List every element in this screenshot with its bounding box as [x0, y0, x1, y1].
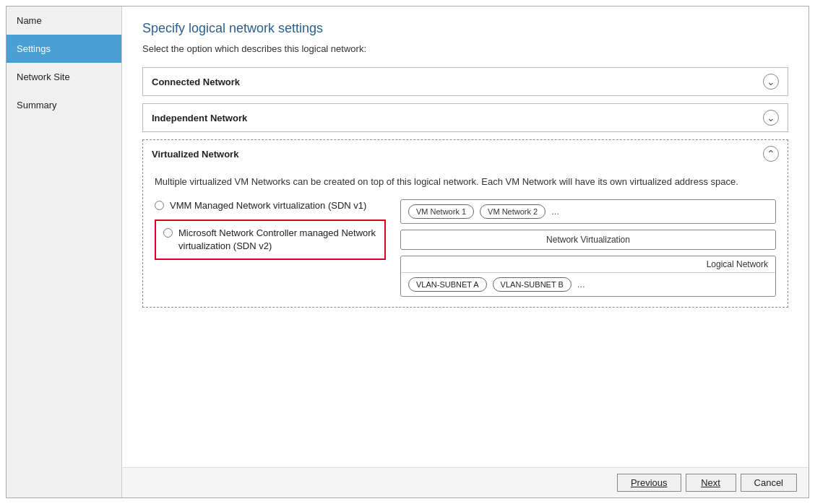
vmm-managed-radio[interactable] [155, 201, 164, 210]
page-subtitle: Select the option which describes this l… [142, 43, 788, 54]
virtualized-network-header[interactable]: Virtualized Network ⌃ [143, 140, 788, 168]
subnet-pills-row: VLAN-SUBNET A VLAN-SUBNET B ... [401, 273, 775, 296]
independent-network-label: Independent Network [152, 113, 247, 123]
connected-network-header[interactable]: Connected Network ⌄ [143, 68, 788, 95]
vlan-subnet-b-pill: VLAN-SUBNET B [493, 277, 572, 292]
cancel-button[interactable]: Cancel [741, 474, 797, 492]
vm-networks-ellipsis: ... [551, 206, 559, 217]
next-button[interactable]: Next [686, 474, 736, 492]
connected-network-section: Connected Network ⌄ [142, 67, 788, 96]
microsoft-nc-option: Microsoft Network Controller managed Net… [163, 227, 377, 253]
network-virtualization-label: Network Virtualization [546, 235, 630, 245]
virtualized-network-section: Virtualized Network ⌃ Multiple virtualiz… [142, 139, 788, 308]
sidebar-item-name[interactable]: Name [7, 6, 121, 35]
vmm-managed-option: VMM Managed Network virtualization (SDN … [155, 199, 386, 212]
microsoft-nc-label: Microsoft Network Controller managed Net… [178, 227, 377, 253]
logical-network-box: Logical Network VLAN-SUBNET A VLAN-SUBNE… [400, 256, 776, 297]
main-content: Specify logical network settings Select … [122, 6, 808, 467]
previous-button[interactable]: Previous [617, 474, 681, 492]
virtualized-network-label: Virtualized Network [152, 149, 238, 160]
footer: Previous Next Cancel [122, 467, 808, 498]
microsoft-nc-radio[interactable] [163, 228, 173, 238]
sidebar-item-settings[interactable]: Settings [7, 35, 121, 63]
independent-network-section: Independent Network ⌄ [142, 103, 788, 132]
virtualized-network-body: Multiple virtualized VM Networks can be … [143, 168, 788, 307]
sidebar-item-network-site[interactable]: Network Site [7, 63, 121, 91]
vmm-managed-label: VMM Managed Network virtualization (SDN … [170, 199, 366, 212]
virtualized-network-description: Multiple virtualized VM Networks can be … [155, 175, 776, 189]
connected-network-label: Connected Network [152, 77, 240, 87]
sidebar-item-summary[interactable]: Summary [7, 91, 121, 119]
vlan-subnet-a-pill: VLAN-SUBNET A [408, 277, 487, 292]
microsoft-nc-highlighted-box: Microsoft Network Controller managed Net… [155, 220, 386, 260]
connected-network-chevron[interactable]: ⌄ [763, 74, 779, 90]
options-left: VMM Managed Network virtualization (SDN … [155, 199, 386, 261]
vm-network-2-pill: VM Network 2 [480, 204, 546, 219]
page-title: Specify logical network settings [142, 21, 788, 36]
logical-network-label: Logical Network [401, 256, 775, 273]
options-row: VMM Managed Network virtualization (SDN … [155, 199, 776, 297]
sidebar: Name Settings Network Site Summary [7, 6, 122, 498]
subnet-ellipsis: ... [577, 279, 585, 290]
vm-networks-box: VM Network 1 VM Network 2 ... [400, 199, 776, 224]
network-diagram: VM Network 1 VM Network 2 ... Network Vi… [386, 199, 776, 297]
vm-network-1-pill: VM Network 1 [408, 204, 474, 219]
virtualized-network-chevron[interactable]: ⌃ [763, 146, 779, 162]
independent-network-chevron[interactable]: ⌄ [763, 110, 779, 126]
independent-network-header[interactable]: Independent Network ⌄ [143, 104, 788, 131]
network-virtualization-box: Network Virtualization [400, 230, 776, 250]
